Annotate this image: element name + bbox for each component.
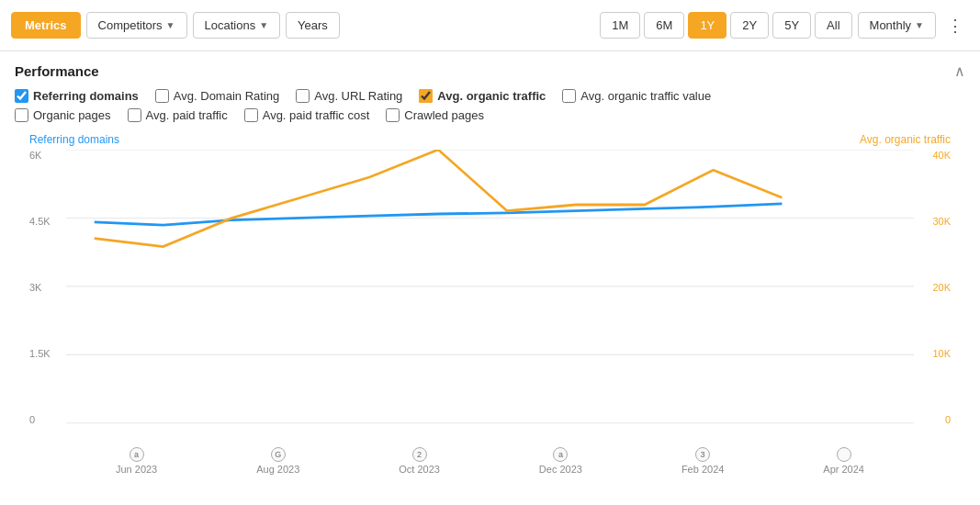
cb-crawled-pages-label: Crawled pages	[404, 108, 484, 122]
monthly-button[interactable]: Monthly ▼	[858, 12, 936, 39]
cb-organic-traffic-value-input[interactable]	[562, 89, 576, 103]
performance-header: Performance ∧	[15, 62, 965, 80]
checkbox-row-1: Referring domains Avg. Domain Rating Avg…	[15, 89, 965, 103]
x-label-apr2024: Apr 2024	[823, 447, 864, 475]
performance-section: Performance ∧ Referring domains Avg. Dom…	[0, 51, 980, 475]
orange-line-path	[95, 150, 783, 247]
monthly-label: Monthly	[870, 18, 912, 32]
cb-organic-traffic-value-label: Avg. organic traffic value	[580, 89, 711, 103]
y-axis-right: 40K 30K 20K 10K 0	[932, 150, 951, 443]
x-text-feb2024: Feb 2024	[681, 464, 724, 475]
x-text-jun2023: Jun 2023	[116, 464, 157, 475]
cb-referring-domains-label: Referring domains	[33, 89, 139, 103]
cb-organic-traffic-input[interactable]	[419, 89, 433, 103]
x-text-apr2024: Apr 2024	[823, 464, 864, 475]
x-label-feb2024: 3 Feb 2024	[681, 447, 724, 475]
x-text-dec2023: Dec 2023	[539, 464, 582, 475]
time-buttons-group: 1M6M1Y2Y5YAll	[600, 12, 851, 39]
x-icon-aug2023: G	[271, 447, 286, 462]
y-left-4k5: 4.5K	[29, 216, 51, 227]
cb-organic-pages-label: Organic pages	[33, 108, 111, 122]
cb-url-rating-label: Avg. URL Rating	[314, 89, 402, 103]
y-left-1k5: 1.5K	[29, 348, 51, 359]
years-label: Years	[298, 18, 328, 32]
x-icon-oct2023: 2	[412, 447, 427, 462]
chart-container: 6K 4.5K 3K 1.5K 0 40K 30K 20K 10K 0	[29, 150, 951, 443]
y-right-20k: 20K	[932, 282, 951, 293]
cb-domain-rating-input[interactable]	[155, 89, 169, 103]
competitors-button[interactable]: Competitors ▼	[86, 12, 187, 39]
toolbar-right: 1M6M1Y2Y5YAll Monthly ▼ ⋮	[600, 12, 969, 39]
cb-organic-pages-input[interactable]	[15, 108, 28, 122]
x-icon-dec2023: a	[553, 447, 568, 462]
checkbox-crawled-pages[interactable]: Crawled pages	[386, 108, 484, 122]
x-icon-feb2024: 3	[695, 447, 710, 462]
chart-svg	[66, 150, 914, 425]
chart-left-label: Referring domains	[29, 133, 119, 146]
checkbox-domain-rating[interactable]: Avg. Domain Rating	[155, 89, 279, 103]
performance-title: Performance	[15, 63, 99, 79]
checkbox-url-rating[interactable]: Avg. URL Rating	[296, 89, 402, 103]
cb-organic-traffic-label: Avg. organic traffic	[437, 89, 546, 103]
x-label-aug2023: G Aug 2023	[256, 447, 299, 475]
cb-paid-traffic-cost-label: Avg. paid traffic cost	[263, 108, 370, 122]
metrics-button[interactable]: Metrics	[11, 12, 81, 39]
x-axis-labels: a Jun 2023 G Aug 2023 2 Oct 2023 a Dec 2…	[29, 443, 951, 475]
y-axis-left: 6K 4.5K 3K 1.5K 0	[29, 150, 51, 443]
y-right-0: 0	[945, 414, 951, 425]
x-icon-jun2023: a	[130, 447, 144, 462]
chart-area: Referring domains Avg. organic traffic 6…	[15, 133, 965, 475]
checkbox-row-2: Organic pages Avg. paid traffic Avg. pai…	[15, 108, 965, 122]
collapse-button[interactable]: ∧	[954, 62, 965, 80]
chart-right-label: Avg. organic traffic	[860, 133, 951, 146]
checkbox-referring-domains[interactable]: Referring domains	[15, 89, 139, 103]
chart-svg-container	[66, 150, 914, 425]
y-right-30k: 30K	[932, 216, 951, 227]
monthly-arrow-icon: ▼	[915, 20, 924, 30]
cb-url-rating-input[interactable]	[296, 89, 310, 103]
toolbar-left: Metrics Competitors ▼ Locations ▼ Years	[11, 12, 340, 39]
x-label-dec2023: a Dec 2023	[539, 447, 582, 475]
x-icon-apr2024	[837, 447, 851, 462]
time-btn-6m[interactable]: 6M	[644, 12, 684, 39]
cb-paid-traffic-input[interactable]	[128, 108, 141, 122]
y-right-40k: 40K	[932, 150, 951, 161]
checkbox-organic-traffic[interactable]: Avg. organic traffic	[419, 89, 546, 103]
locations-label: Locations	[205, 18, 256, 32]
locations-arrow-icon: ▼	[259, 20, 268, 30]
checkbox-organic-pages[interactable]: Organic pages	[15, 108, 111, 122]
y-left-6k: 6K	[29, 150, 51, 161]
x-text-oct2023: Oct 2023	[399, 464, 440, 475]
x-label-oct2023: 2 Oct 2023	[399, 447, 440, 475]
y-right-10k: 10K	[932, 348, 951, 359]
y-left-0: 0	[29, 414, 51, 425]
time-btn-1y[interactable]: 1Y	[688, 12, 727, 39]
time-btn-all[interactable]: All	[815, 12, 851, 39]
cb-referring-domains-input[interactable]	[15, 89, 28, 103]
checkbox-paid-traffic-cost[interactable]: Avg. paid traffic cost	[244, 108, 370, 122]
locations-button[interactable]: Locations ▼	[193, 12, 281, 39]
more-options-button[interactable]: ⋮	[941, 12, 969, 39]
x-label-jun2023: a Jun 2023	[116, 447, 157, 475]
time-btn-1m[interactable]: 1M	[600, 12, 640, 39]
toolbar: Metrics Competitors ▼ Locations ▼ Years …	[0, 0, 980, 51]
competitors-label: Competitors	[98, 18, 163, 32]
checkboxes-container: Referring domains Avg. Domain Rating Avg…	[15, 89, 965, 122]
time-btn-5y[interactable]: 5Y	[772, 12, 811, 39]
y-left-3k: 3K	[29, 282, 51, 293]
checkbox-organic-traffic-value[interactable]: Avg. organic traffic value	[562, 89, 711, 103]
competitors-arrow-icon: ▼	[166, 20, 175, 30]
chart-axis-labels: Referring domains Avg. organic traffic	[29, 133, 951, 146]
years-button[interactable]: Years	[286, 12, 340, 39]
cb-domain-rating-label: Avg. Domain Rating	[174, 89, 279, 103]
cb-crawled-pages-input[interactable]	[386, 108, 400, 122]
blue-line-path	[95, 204, 783, 225]
time-btn-2y[interactable]: 2Y	[730, 12, 769, 39]
cb-paid-traffic-label: Avg. paid traffic	[146, 108, 228, 122]
checkbox-paid-traffic[interactable]: Avg. paid traffic	[128, 108, 228, 122]
cb-paid-traffic-cost-input[interactable]	[244, 108, 258, 122]
x-text-aug2023: Aug 2023	[256, 464, 299, 475]
